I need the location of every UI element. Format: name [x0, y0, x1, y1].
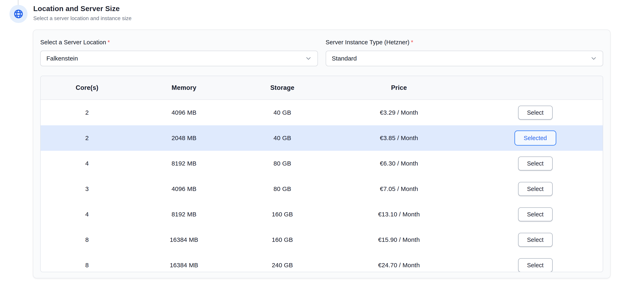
instance-type-select[interactable]: Standard	[326, 51, 603, 66]
cell-price: €7.05 / Month	[330, 185, 468, 192]
location-server-size-card: Select a Server Location* Falkenstein Se…	[33, 29, 610, 278]
required-asterisk: *	[108, 39, 110, 45]
globe-icon	[13, 9, 24, 19]
cell-memory: 4096 MB	[134, 185, 235, 192]
cell-memory: 16384 MB	[134, 262, 235, 269]
cell-price: €15.90 / Month	[330, 236, 468, 243]
select-button[interactable]: Select	[518, 106, 552, 120]
table-row: 2 2048 MB 40 GB €3.85 / Month Selected	[41, 125, 603, 151]
page-subtitle: Select a server location and instance si…	[33, 15, 132, 21]
cell-storage: 80 GB	[234, 160, 330, 167]
table-row: 3 4096 MB 80 GB €7.05 / Month Select	[41, 176, 603, 202]
chevron-down-icon	[590, 55, 598, 62]
chevron-down-icon	[305, 55, 312, 62]
cell-cores: 8	[41, 236, 134, 243]
column-header-cores: Core(s)	[41, 84, 134, 91]
cell-cores: 2	[41, 135, 134, 142]
select-button[interactable]: Select	[518, 233, 552, 247]
cell-storage: 40 GB	[234, 135, 330, 142]
cell-storage: 160 GB	[234, 211, 330, 218]
cell-price: €3.29 / Month	[330, 109, 468, 116]
form-row: Select a Server Location* Falkenstein Se…	[40, 36, 603, 66]
table-row: 8 16384 MB 240 GB €24.70 / Month Select	[41, 253, 603, 272]
required-asterisk: *	[411, 39, 414, 45]
select-button[interactable]: Select	[518, 182, 552, 196]
select-button[interactable]: Select	[518, 258, 552, 272]
column-header-price: Price	[330, 84, 468, 91]
column-header-storage: Storage	[234, 84, 330, 91]
cell-cores: 8	[41, 262, 134, 269]
instance-type-label-text: Server Instance Type (Hetzner)	[326, 39, 410, 45]
instance-type-form-group: Server Instance Type (Hetzner)* Standard	[326, 36, 603, 66]
instance-size-table: Core(s) Memory Storage Price 2 4096 MB 4…	[40, 76, 603, 272]
cell-cores: 4	[41, 160, 134, 167]
location-label: Select a Server Location*	[40, 39, 318, 46]
cell-price: €3.85 / Month	[330, 135, 468, 142]
cell-memory: 16384 MB	[134, 236, 235, 243]
location-label-text: Select a Server Location	[40, 39, 106, 45]
cell-cores: 3	[41, 185, 134, 192]
cell-storage: 240 GB	[234, 262, 330, 269]
selected-button[interactable]: Selected	[514, 130, 556, 146]
table-row: 2 4096 MB 40 GB €3.29 / Month Select	[41, 100, 603, 125]
table-body: 2 4096 MB 40 GB €3.29 / Month Select 2 2…	[41, 100, 603, 272]
step-badge	[10, 5, 28, 23]
cell-price: €24.70 / Month	[330, 262, 468, 269]
cell-price: €13.10 / Month	[330, 211, 468, 218]
cell-memory: 4096 MB	[134, 109, 235, 116]
cell-memory: 8192 MB	[134, 160, 235, 167]
instance-type-select-value: Standard	[332, 55, 590, 62]
cell-memory: 8192 MB	[134, 211, 235, 218]
column-header-memory: Memory	[134, 84, 235, 91]
cell-storage: 80 GB	[234, 185, 330, 192]
location-form-group: Select a Server Location* Falkenstein	[40, 36, 318, 66]
section-header: Location and Server Size Select a server…	[33, 4, 132, 21]
select-button[interactable]: Select	[518, 157, 552, 170]
cell-storage: 160 GB	[234, 236, 330, 243]
table-row: 8 16384 MB 160 GB €15.90 / Month Select	[41, 227, 603, 253]
table-header-row: Core(s) Memory Storage Price	[41, 76, 603, 100]
cell-cores: 4	[41, 211, 134, 218]
cell-storage: 40 GB	[234, 109, 330, 116]
cell-cores: 2	[41, 109, 134, 116]
table-row: 4 8192 MB 80 GB €6.30 / Month Select	[41, 151, 603, 176]
page-title: Location and Server Size	[33, 4, 132, 13]
table-row: 4 8192 MB 160 GB €13.10 / Month Select	[41, 202, 603, 227]
location-select-value: Falkenstein	[46, 55, 305, 62]
select-button[interactable]: Select	[518, 207, 552, 221]
instance-type-label: Server Instance Type (Hetzner)*	[326, 39, 603, 46]
location-select[interactable]: Falkenstein	[40, 51, 318, 66]
cell-memory: 2048 MB	[134, 135, 235, 142]
cell-price: €6.30 / Month	[330, 160, 468, 167]
